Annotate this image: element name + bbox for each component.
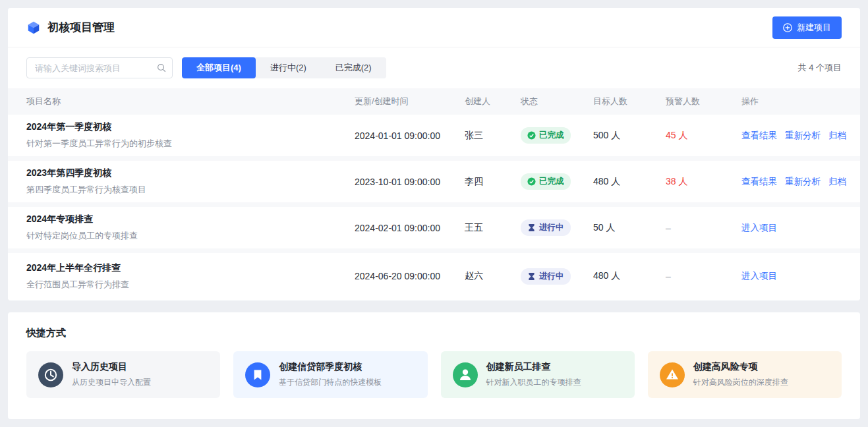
project-creator: 张三 [465,130,521,142]
status-cell: 已完成 [521,127,593,144]
target-count: 480 人 [593,270,666,282]
target-count: 480 人 [593,176,666,188]
project-filter-tabs: 全部项目(4) 进行中(2) 已完成(2) [182,57,386,78]
search-icon [157,63,166,72]
archive-link[interactable]: 归档 [828,130,846,142]
row-actions: 进入项目 [741,270,842,282]
col-header-time: 更新/创建时间 [355,96,465,107]
col-header-status: 状态 [521,96,593,107]
project-time: 2024-06-20 09:00:00 [355,271,465,281]
shortcut-title: 创建高风险专项 [693,361,788,373]
shortcut-credit-dept-review[interactable]: 创建信贷部季度初核 基于信贷部门特点的快速模板 [233,351,427,398]
shortcut-new-staff-screening[interactable]: 创建新员工排查 针对新入职员工的专项排查 [441,351,635,398]
project-creator: 赵六 [465,270,521,282]
tab-completed[interactable]: 已完成(2) [321,57,386,78]
status-badge: 已完成 [521,173,571,190]
project-description: 针对特定岗位员工的专项排查 [26,230,355,242]
row-actions: 查看结果 重新分析 归档 [741,130,846,142]
search-box [26,57,173,78]
shortcut-text: 创建高风险专项 针对高风险岗位的深度排查 [693,361,788,388]
search-input[interactable] [26,57,173,78]
col-header-warning: 预警人数 [666,96,741,107]
view-results-link[interactable]: 查看结果 [741,176,777,188]
project-name: 2023年第四季度初核 [26,167,355,179]
table-row: 2023年第四季度初核 第四季度员工异常行为核查项目 2023-10-01 09… [8,161,860,207]
shortcut-title: 创建新员工排查 [486,361,581,373]
bookmark-icon [245,362,270,387]
col-header-creator: 创建人 [465,96,521,107]
project-name: 2024年第一季度初核 [26,121,355,133]
col-header-actions: 操作 [741,96,842,107]
tab-all-projects[interactable]: 全部项目(4) [182,57,256,78]
target-count: 50 人 [593,222,666,234]
project-time: 2023-10-01 09:00:00 [355,177,465,187]
col-header-target: 目标人数 [593,96,666,107]
project-name-cell: 2024年第一季度初核 针对第一季度员工异常行为的初步核查 [26,121,355,150]
table-row: 2024年上半年全行排查 全行范围员工异常行为排查 2024-06-20 09:… [8,253,860,299]
warning-count: – [666,223,741,233]
project-management-card: 初核项目管理 新建项目 全部项目 [8,8,860,300]
shortcut-text: 导入历史项目 从历史项目中导入配置 [72,361,151,388]
shortcut-desc: 针对高风险岗位的深度排查 [693,377,788,388]
project-name: 2024年专项排查 [26,214,355,225]
project-description: 全行范围员工异常行为排查 [26,279,355,291]
title-wrap: 初核项目管理 [26,20,115,35]
check-circle-icon [527,177,536,186]
toolbar: 全部项目(4) 进行中(2) 已完成(2) 共 4 个项目 [8,47,860,88]
hourglass-icon [527,223,536,232]
person-icon [453,362,478,387]
project-name-cell: 2023年第四季度初核 第四季度员工异常行为核查项目 [26,167,355,196]
project-name-cell: 2024年专项排查 针对特定岗位员工的专项排查 [26,214,355,242]
reanalyze-link[interactable]: 重新分析 [785,176,821,188]
col-header-name: 项目名称 [26,96,355,107]
shortcuts-title: 快捷方式 [26,327,842,339]
page: 初核项目管理 新建项目 全部项目 [0,0,868,427]
table-row: 2024年专项排查 针对特定岗位员工的专项排查 2024-02-01 09:00… [8,207,860,253]
new-project-button[interactable]: 新建项目 [772,16,842,39]
row-actions: 查看结果 重新分析 归档 [741,176,846,188]
shortcut-high-risk-special[interactable]: 创建高风险专项 针对高风险岗位的深度排查 [648,351,842,398]
warning-count: 45 人 [666,130,741,142]
total-count: 共 4 个项目 [798,62,842,74]
shortcut-title: 导入历史项目 [72,361,151,373]
status-cell: 进行中 [521,219,593,236]
project-name-cell: 2024年上半年全行排查 全行范围员工异常行为排查 [26,262,355,291]
status-badge: 已完成 [521,127,571,144]
page-header: 初核项目管理 新建项目 [8,8,860,47]
status-badge: 进行中 [521,219,571,236]
warning-count: 38 人 [666,176,741,188]
cube-logo-icon [26,20,41,35]
project-time: 2024-02-01 09:00:00 [355,223,465,233]
project-creator: 王五 [465,222,521,234]
new-project-label: 新建项目 [797,22,831,34]
status-badge: 进行中 [521,268,571,285]
target-count: 500 人 [593,130,666,142]
shortcut-import-history[interactable]: 导入历史项目 从历史项目中导入配置 [26,351,220,398]
archive-link[interactable]: 归档 [828,176,846,188]
table-header-row: 项目名称 更新/创建时间 创建人 状态 目标人数 预警人数 操作 [8,88,860,115]
shortcut-desc: 基于信贷部门特点的快速模板 [279,377,382,388]
enter-project-link[interactable]: 进入项目 [741,270,777,282]
project-creator: 李四 [465,176,521,188]
reanalyze-link[interactable]: 重新分析 [785,130,821,142]
warning-count: – [666,271,741,281]
project-description: 针对第一季度员工异常行为的初步核查 [26,138,355,150]
status-cell: 进行中 [521,268,593,285]
enter-project-link[interactable]: 进入项目 [741,222,777,234]
shortcut-text: 创建新员工排查 针对新入职员工的专项排查 [486,361,581,388]
hourglass-icon [527,272,536,281]
check-circle-icon [527,131,536,140]
project-time: 2024-01-01 09:00:00 [355,130,465,141]
shortcut-title: 创建信贷部季度初核 [279,361,382,373]
shortcuts-card: 快捷方式 导入历史项目 从历史项目中导入配置 创 [8,312,860,419]
shortcut-desc: 从历史项目中导入配置 [72,377,151,388]
warning-icon [660,362,685,387]
shortcut-desc: 针对新入职员工的专项排查 [486,377,581,388]
row-actions: 进入项目 [741,222,842,234]
status-cell: 已完成 [521,173,593,190]
history-icon [38,362,63,387]
tab-in-progress[interactable]: 进行中(2) [256,57,321,78]
view-results-link[interactable]: 查看结果 [741,130,777,142]
project-table: 项目名称 更新/创建时间 创建人 状态 目标人数 预警人数 操作 2024年第一… [8,88,860,300]
page-title: 初核项目管理 [47,20,115,35]
